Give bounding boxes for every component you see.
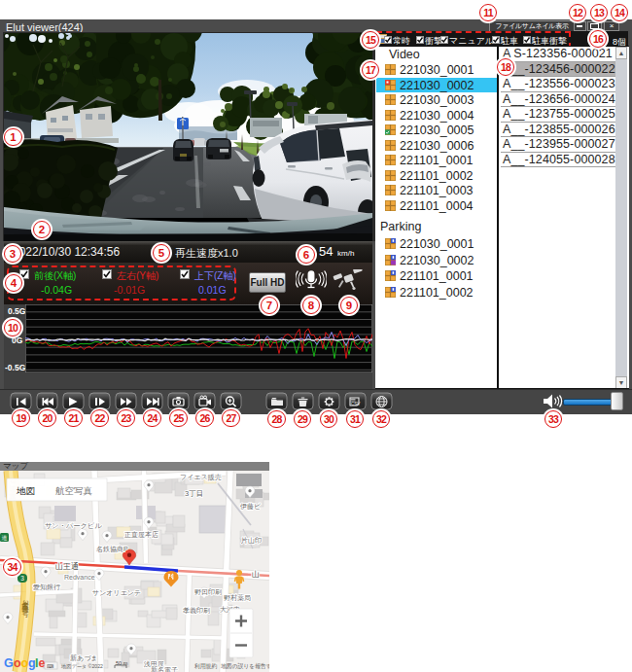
svg-text:G: G [4,656,14,670]
svg-text:山王通: 山王通 [55,561,79,571]
svg-text:⌨: ⌨ [47,663,53,669]
svg-text:正直屋本店: 正直屋本店 [124,530,158,538]
svg-text:孝義印刷: 孝義印刷 [182,607,210,615]
svg-text:サン・パークビル: サン・パークビル [45,521,102,530]
svg-text:地図データ ©2022: 地図データ ©2022 [60,663,103,669]
svg-text:名鉄協商P: 名鉄協商P [96,546,128,553]
svg-text:サンオリエンテ: サンオリエンテ [92,589,141,597]
svg-text:フイエス販売: フイエス販売 [180,474,222,481]
svg-text:利用規約: 利用規約 [194,662,217,670]
svg-text:地図の誤りを報告する: 地図の誤りを報告する [221,662,269,670]
svg-text:3: 3 [20,575,24,582]
svg-text:野口印刷: 野口印刷 [194,588,222,596]
svg-text:新名電子: 新名電子 [151,665,178,672]
svg-text:愛知銀行: 愛知銀行 [33,584,60,591]
svg-text:新あづま: 新あづま [70,654,98,662]
svg-text:CSV: CSV [351,402,360,407]
svg-text:50 m: 50 m [116,660,128,666]
svg-text:Redvance: Redvance [64,574,95,581]
svg-text:道: 道 [2,535,8,541]
svg-text:野村薬局: 野村薬局 [224,594,251,602]
svg-text:3丁目: 3丁目 [185,489,203,498]
svg-text:伊藤ビ: 伊藤ビ [240,503,262,510]
svg-text:地図: 地図 [16,485,35,496]
svg-text:片山印: 片山印 [241,537,262,545]
svg-text:e: e [39,656,46,670]
svg-text:航空写真: 航空写真 [55,485,92,496]
svg-text:山: 山 [252,570,260,579]
